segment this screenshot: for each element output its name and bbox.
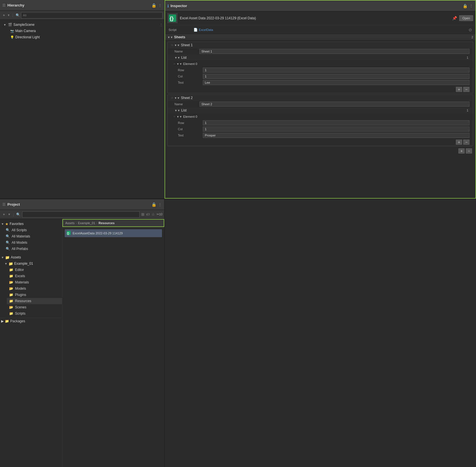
inspector-dots-icon[interactable]: ⋮ (469, 4, 473, 8)
sheet1-list-arrow[interactable]: ▼ (174, 56, 180, 59)
breadcrumb-assets[interactable]: Assets (65, 221, 75, 225)
search-icon: 🔍 (16, 13, 20, 17)
all-scripts-item[interactable]: 🔍 All Scripts (3, 227, 62, 233)
packages-header[interactable]: 📁 Packages (0, 318, 62, 324)
project-panel: ☰ Project 🔒 ⋮ + ▼ | 🔍 ⊞ 🏷 ☆ ✂10 ★ Favori… (0, 199, 165, 467)
excel-asset-item[interactable]: {} ExcelAssetData 2022-03-29 114129 (65, 229, 162, 237)
sheet1-text-value[interactable]: Lee (203, 80, 469, 85)
hierarchy-dots-icon[interactable]: ⋮ (158, 3, 162, 8)
models-item[interactable]: 📂 Models (7, 285, 62, 292)
example01-header[interactable]: 📁 Example_01 (3, 260, 62, 267)
project-add-button[interactable]: + (2, 212, 6, 217)
script-select-icon[interactable]: ⊙ (469, 28, 472, 32)
asset-list: {} ExcelAssetData 2022-03-29 114129 (62, 227, 164, 239)
scripts-item[interactable]: 📁 Scripts (7, 310, 62, 317)
sheet1-label: Sheet 1 (181, 43, 193, 47)
sheet2-col-field: Col 1 (174, 126, 473, 132)
sheet2-text-value[interactable]: Prosper (203, 133, 469, 138)
breadcrumb-example01[interactable]: Example_01 (78, 221, 95, 225)
sheet2-arrow[interactable]: ▼ (174, 96, 180, 100)
sheet1-element0-fields: Row 1 Col 1 Text Lee (174, 67, 473, 86)
excel-asset-icon: {} (167, 13, 178, 23)
sheets-arrow[interactable]: ▼ (167, 36, 173, 39)
star-filter-icon[interactable]: ☆ (151, 212, 155, 216)
packages-folder-icon: 📁 (5, 319, 9, 323)
sheet2-element0-label: Element 0 (183, 115, 197, 118)
editor-item[interactable]: 📁 Editor (7, 267, 62, 273)
sheet2-remove-button[interactable]: − (463, 140, 469, 145)
materials-item[interactable]: 📂 Materials (7, 279, 62, 285)
scenes-item[interactable]: 📂 Scenes (7, 304, 62, 310)
sheet2-col-value[interactable]: 1 (203, 127, 469, 132)
inspector-header: ℹ Inspector 🔒 ⋮ (165, 1, 475, 11)
sheet1-element0-label: Element 0 (183, 62, 197, 66)
assets-header[interactable]: 📁 Assets (0, 254, 62, 260)
sheet2-list-arrow[interactable]: ▼ (174, 109, 180, 112)
sheet1-row-field: Row 1 (174, 67, 473, 73)
models-label: Models (15, 287, 26, 291)
all-materials-item[interactable]: 🔍 All Materials (3, 233, 62, 239)
scene-label: SampleScene (13, 23, 35, 27)
sheet1-name-value[interactable]: Sheet 1 (199, 49, 469, 54)
sheets-add-button[interactable]: + (458, 148, 465, 153)
sheet1-row-value[interactable]: 1 (203, 68, 469, 73)
sheet2-list-header: ▼ List 1 (168, 107, 473, 113)
hierarchy-lock-icon[interactable]: 🔒 (151, 3, 156, 8)
hierarchy-scene-item[interactable]: 🎬 SampleScene ⋮ (0, 22, 164, 28)
hierarchy-search-input[interactable] (21, 12, 163, 18)
hierarchy-camera-item[interactable]: 📷 Main Camera (7, 28, 164, 34)
example01-folder-icon: 📁 (9, 262, 13, 266)
all-prefabs-label: All Prefabs (12, 247, 28, 251)
svg-text:{}: {} (170, 16, 174, 21)
sheet1-arrow[interactable]: ▼ (174, 44, 180, 47)
search-icon-project: 🔍 (16, 213, 20, 216)
tag-icon[interactable]: 🏷 (146, 212, 150, 216)
excels-item[interactable]: 📁 Excels (7, 273, 62, 279)
sheet1-row-label: Row (178, 68, 201, 72)
sheets-count: 2 (471, 35, 473, 39)
project-header: ☰ Project 🔒 ⋮ (0, 199, 164, 210)
excel-asset-name: ExcelAssetData 2022-03-29 114129 (73, 232, 123, 235)
project-search-input[interactable] (22, 211, 140, 218)
sheet1-col-value[interactable]: 1 (203, 74, 469, 79)
sheet2-row-value[interactable]: 1 (203, 120, 469, 125)
open-button[interactable]: Open (459, 15, 473, 21)
sheet1-remove-button[interactable]: − (463, 87, 469, 92)
packages-arrow (1, 319, 4, 323)
sheet2-el0-arrow[interactable]: ▼ (176, 115, 182, 118)
sheet2-row-field: Row 1 (174, 120, 473, 126)
materials-label: Materials (15, 280, 29, 284)
sheet2-name-label: Name (174, 102, 197, 106)
hierarchy-light-item[interactable]: 💡 Directional Light (7, 34, 164, 40)
sheet1-list-header: ▼ List 1 (168, 54, 473, 61)
project-dots-icon[interactable]: ⋮ (158, 202, 162, 207)
layout-icon[interactable]: ⊞ (141, 212, 144, 216)
assets-children: 📁 Example_01 📁 Editor 📁 Excels (3, 260, 62, 317)
all-models-item[interactable]: 🔍 All Models (3, 239, 62, 246)
sheet2-add-button[interactable]: + (456, 140, 462, 145)
breadcrumb-resources[interactable]: Resources (99, 221, 115, 225)
project-lock-icon[interactable]: 🔒 (151, 202, 156, 207)
asset-title: Excel Asset Data 2022-03-29 114129 (Exce… (180, 16, 450, 20)
hierarchy-panel: ☰ Hierarchy 🔒 ⋮ + ▼ | 🔍 🎬 SampleScene ⋮ … (0, 0, 165, 199)
count-badge: ✂10 (157, 213, 163, 216)
breadcrumb-bar: Assets › Example_01 › Resources (62, 219, 164, 227)
scene-dots[interactable]: ⋮ (159, 22, 163, 27)
sheet2-name-row: Name Sheet 2 (171, 101, 473, 107)
sheets-remove-button[interactable]: − (466, 148, 472, 153)
sheet2-row-label: Row (178, 121, 201, 125)
sheet1-el0-arrow[interactable]: ▼ (176, 62, 182, 66)
resources-item[interactable]: 📁 Resources (7, 298, 62, 304)
all-prefabs-item[interactable]: 🔍 All Prefabs (3, 246, 62, 252)
sheet1-add-button[interactable]: + (456, 87, 462, 92)
favorites-header[interactable]: ★ Favorites (0, 221, 62, 227)
inspector-pin-icon[interactable]: 📌 (452, 16, 457, 20)
hierarchy-add-button[interactable]: + (2, 12, 6, 18)
inspector-lock-icon[interactable]: 🔒 (463, 4, 467, 8)
project-menu-icon: ☰ (2, 202, 6, 207)
sheet2-list-count: 1 (467, 109, 468, 112)
scenes-label: Scenes (15, 305, 26, 309)
sheet2-name-value[interactable]: Sheet 2 (199, 102, 469, 107)
scripts-label: Scripts (15, 312, 26, 315)
plugins-item[interactable]: 📁 Plugins (7, 292, 62, 298)
